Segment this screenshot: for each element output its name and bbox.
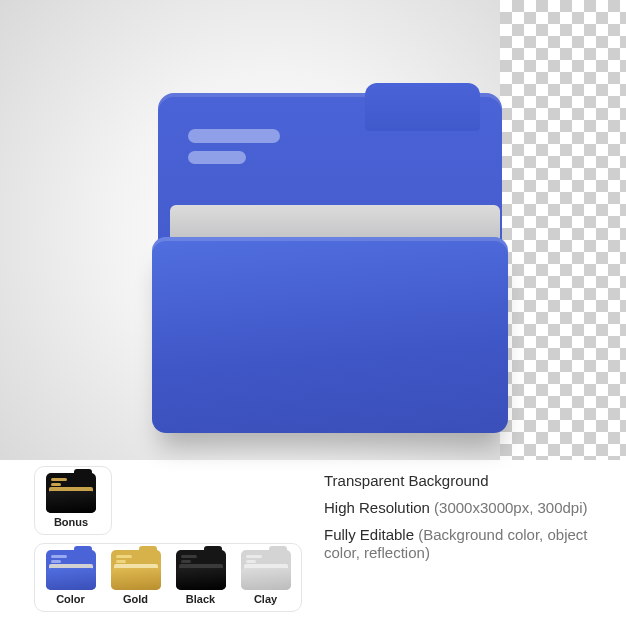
swatch-label: Clay [254, 593, 277, 605]
swatch-column: Bonus Color [34, 466, 302, 612]
feature-label: High Resolution [324, 499, 430, 516]
folder-label-line [188, 129, 280, 143]
feature-fully-editable: Fully Editable (Background color, object… [324, 526, 592, 564]
swatch-label: Black [186, 593, 215, 605]
feature-transparent-bg: Transparent Background [324, 472, 592, 491]
swatch-clay: Clay [238, 550, 293, 605]
variant-swatch-card: Color Gold Black [34, 543, 302, 612]
swatch-black: Black [173, 550, 228, 605]
folder-icon [150, 85, 510, 425]
product-preview-card: Bonus Color [0, 0, 626, 626]
transparent-checker-bg [500, 0, 626, 460]
mini-folder-icon [46, 550, 96, 590]
mini-folder-icon [46, 473, 96, 513]
swatch-gold: Gold [108, 550, 163, 605]
folder-label-line [188, 151, 246, 164]
folder-tab [365, 83, 480, 131]
swatch-label: Color [56, 593, 85, 605]
folder-front-panel [152, 237, 508, 433]
info-row: Bonus Color [34, 466, 592, 606]
swatch-label: Gold [123, 593, 148, 605]
feature-high-res: High Resolution (3000x3000px, 300dpi) [324, 499, 592, 518]
swatch-color: Color [43, 550, 98, 605]
mini-folder-icon [176, 550, 226, 590]
swatch-label: Bonus [54, 516, 88, 528]
feature-list: Transparent Background High Resolution (… [324, 466, 592, 563]
feature-detail: (3000x3000px, 300dpi) [434, 499, 587, 516]
mini-folder-icon [241, 550, 291, 590]
bonus-swatch-card: Bonus [34, 466, 112, 535]
mini-folder-icon [111, 550, 161, 590]
hero-area [0, 0, 626, 460]
swatch-bonus: Bonus [43, 473, 99, 528]
feature-label: Fully Editable [324, 526, 414, 543]
